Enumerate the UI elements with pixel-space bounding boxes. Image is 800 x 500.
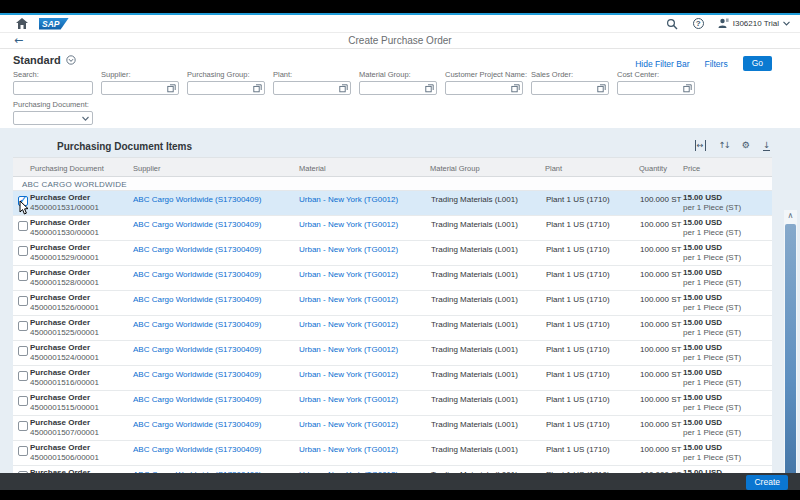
sap-logo[interactable]: SAP <box>39 18 69 30</box>
filter-field-input[interactable] <box>617 81 695 95</box>
supplier-link[interactable]: ABC Cargo Worldwide (S17300409) <box>133 220 261 229</box>
column-header[interactable]: Quantity <box>633 158 680 176</box>
row-checkbox[interactable] <box>18 296 28 306</box>
value-help-icon[interactable] <box>683 84 692 93</box>
group-header: ABC CARGO WORLDWIDE <box>13 177 772 191</box>
table-row[interactable]: Purchase Order 4500001507/00001 ABC Carg… <box>13 416 772 441</box>
filter-field-input[interactable] <box>187 81 265 95</box>
cell-material: Urban - New York (TG0012) <box>296 291 426 315</box>
row-checkbox[interactable] <box>18 396 28 406</box>
row-checkbox[interactable] <box>18 221 28 231</box>
cell-plant: Plant 1 US (1710) <box>541 316 633 340</box>
value-help-icon[interactable] <box>167 84 176 93</box>
value-help-icon[interactable] <box>597 84 606 93</box>
supplier-link[interactable]: ABC Cargo Worldwide (S17300409) <box>133 195 261 204</box>
filter-field-input[interactable] <box>359 81 437 95</box>
shell-header: SAP ? I306210 Trial <box>0 15 800 33</box>
table-row[interactable]: Purchase Order 4500001528/00001 ABC Carg… <box>13 266 772 291</box>
material-link[interactable]: Urban - New York (TG0012) <box>299 395 398 404</box>
row-checkbox[interactable] <box>18 421 28 431</box>
create-button[interactable]: Create <box>746 475 788 490</box>
table-row[interactable]: ✓ Purchase Order 4500001531/00001 ABC Ca… <box>13 191 772 216</box>
document-type: Purchase Order <box>30 268 130 278</box>
sort-icon[interactable]: ↑↓ <box>719 140 729 151</box>
column-header[interactable]: Purchasing Document <box>13 158 130 176</box>
cell-supplier: ABC Cargo Worldwide (S17300409) <box>130 241 296 265</box>
download-icon[interactable]: ↓ <box>763 141 770 151</box>
supplier-link[interactable]: ABC Cargo Worldwide (S17300409) <box>133 445 261 454</box>
hide-filter-bar-button[interactable]: Hide Filter Bar <box>635 59 689 69</box>
help-button[interactable]: ? <box>692 17 705 30</box>
supplier-link[interactable]: ABC Cargo Worldwide (S17300409) <box>133 395 261 404</box>
column-header[interactable]: Plant <box>541 158 633 176</box>
material-link[interactable]: Urban - New York (TG0012) <box>299 445 398 454</box>
scroll-up-icon[interactable]: ∧ <box>784 210 797 222</box>
value-help-icon[interactable] <box>511 84 520 93</box>
resize-columns-icon[interactable]: ↔ <box>695 140 706 151</box>
table-row[interactable]: Purchase Order 4500001526/00001 ABC Carg… <box>13 291 772 316</box>
material-link[interactable]: Urban - New York (TG0012) <box>299 345 398 354</box>
column-header[interactable]: Supplier <box>130 158 296 176</box>
material-link[interactable]: Urban - New York (TG0012) <box>299 320 398 329</box>
supplier-link[interactable]: ABC Cargo Worldwide (S17300409) <box>133 320 261 329</box>
material-link[interactable]: Urban - New York (TG0012) <box>299 270 398 279</box>
purchasing-document-text: Purchase Order 4500001506/00001 <box>30 441 130 463</box>
document-type: Purchase Order <box>30 418 130 428</box>
row-checkbox[interactable] <box>18 446 28 456</box>
filter-field-input[interactable] <box>445 81 523 95</box>
home-button[interactable] <box>15 18 29 30</box>
table-row[interactable]: Purchase Order 4500001515/00001 ABC Carg… <box>13 391 772 416</box>
row-checkbox[interactable] <box>18 271 28 281</box>
filters-button[interactable]: Filters <box>705 59 728 69</box>
settings-gear-icon[interactable]: ⚙ <box>742 140 750 151</box>
scrollbar-thumb[interactable] <box>785 224 796 473</box>
supplier-link[interactable]: ABC Cargo Worldwide (S17300409) <box>133 295 261 304</box>
row-checkbox[interactable] <box>18 371 28 381</box>
supplier-link[interactable]: ABC Cargo Worldwide (S17300409) <box>133 370 261 379</box>
cell-plant: Plant 1 US (1710) <box>541 266 633 290</box>
vertical-scrollbar[interactable]: ∧ ∨ <box>784 210 797 473</box>
column-header[interactable]: Material Group <box>426 158 541 176</box>
go-button[interactable]: Go <box>743 56 772 71</box>
material-link[interactable]: Urban - New York (TG0012) <box>299 195 398 204</box>
supplier-link[interactable]: ABC Cargo Worldwide (S17300409) <box>133 345 261 354</box>
filter-field-input[interactable] <box>273 81 351 95</box>
value-help-icon[interactable] <box>339 84 348 93</box>
value-help-icon[interactable] <box>425 84 434 93</box>
row-checkbox[interactable] <box>18 321 28 331</box>
search-button[interactable] <box>666 17 679 30</box>
variant-selector[interactable]: Standard <box>13 54 76 66</box>
material-link[interactable]: Urban - New York (TG0012) <box>299 420 398 429</box>
table-row[interactable]: Purchase Order 4500001529/00001 ABC Carg… <box>13 241 772 266</box>
column-header[interactable]: Price <box>680 158 772 176</box>
price-unit: per 1 Piece (ST) <box>683 453 772 463</box>
supplier-link[interactable]: ABC Cargo Worldwide (S17300409) <box>133 420 261 429</box>
material-link[interactable]: Urban - New York (TG0012) <box>299 370 398 379</box>
cell-quantity: 100.000 ST <box>633 291 680 315</box>
table-row[interactable]: Purchase Order 4500001525/00001 ABC Carg… <box>13 316 772 341</box>
filter-field-input[interactable] <box>101 81 179 95</box>
select-chevron-icon[interactable] <box>81 114 90 123</box>
table-row[interactable]: Purchase Order ABC Cargo Worldwide (S173… <box>13 466 772 473</box>
user-menu[interactable]: I306210 Trial <box>718 18 790 29</box>
material-link[interactable]: Urban - New York (TG0012) <box>299 295 398 304</box>
supplier-link[interactable]: ABC Cargo Worldwide (S17300409) <box>133 245 261 254</box>
filter-field-input[interactable] <box>531 81 609 95</box>
purchasing-document-text: Purchase Order 4500001526/00001 <box>30 291 130 313</box>
row-checkbox[interactable] <box>18 346 28 356</box>
table-row[interactable]: Purchase Order 4500001516/00001 ABC Carg… <box>13 366 772 391</box>
document-type: Purchase Order <box>30 318 130 328</box>
filter-field-input[interactable] <box>13 81 93 95</box>
row-checkbox[interactable] <box>18 246 28 256</box>
material-link[interactable]: Urban - New York (TG0012) <box>299 220 398 229</box>
filter-field-input[interactable] <box>13 111 93 125</box>
row-checkbox[interactable]: ✓ <box>18 196 28 206</box>
material-link[interactable]: Urban - New York (TG0012) <box>299 245 398 254</box>
table-row[interactable]: Purchase Order 4500001506/00001 ABC Carg… <box>13 441 772 466</box>
table-row[interactable]: Purchase Order 4500001530/00001 ABC Carg… <box>13 216 772 241</box>
column-header[interactable]: Material <box>296 158 426 176</box>
supplier-link[interactable]: ABC Cargo Worldwide (S17300409) <box>133 270 261 279</box>
table-row[interactable]: Purchase Order 4500001524/00001 ABC Carg… <box>13 341 772 366</box>
screen: SAP ? I306210 Trial <box>0 0 800 500</box>
value-help-icon[interactable] <box>253 84 262 93</box>
